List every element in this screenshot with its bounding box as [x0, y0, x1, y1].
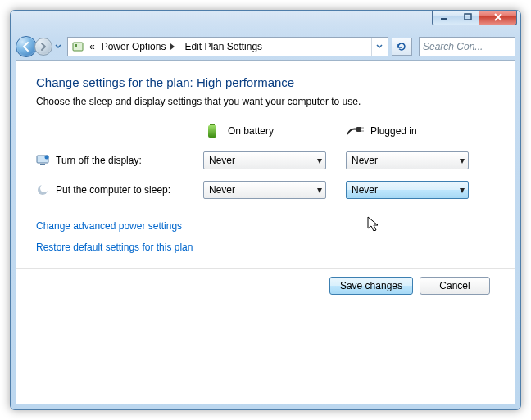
column-header-plugged: Plugged in: [346, 122, 477, 140]
dropdown-value: Never: [352, 155, 378, 166]
breadcrumb-prefix[interactable]: «: [88, 41, 97, 52]
arrow-right-icon: [39, 42, 48, 52]
battery-icon: [203, 122, 221, 140]
svg-point-11: [45, 156, 49, 160]
svg-rect-4: [210, 124, 215, 125]
sleep-battery-dropdown[interactable]: Never ▾: [203, 181, 326, 199]
search-placeholder: Search Con...: [423, 41, 483, 52]
column-header-label: On battery: [228, 125, 274, 137]
moon-icon: [36, 183, 49, 196]
arrow-left-icon: [20, 41, 32, 52]
monitor-icon: [36, 154, 49, 167]
divider: [16, 268, 515, 269]
sleep-plugged-dropdown[interactable]: Never ▾: [346, 181, 469, 199]
advanced-settings-link[interactable]: Change advanced power settings: [36, 220, 495, 232]
nav-buttons: [16, 36, 64, 57]
address-dropdown[interactable]: [371, 38, 386, 56]
titlebar: [11, 11, 520, 34]
refresh-button[interactable]: [392, 38, 412, 56]
row-label-display: Turn off the display:: [36, 154, 192, 167]
column-header-label: Plugged in: [370, 125, 417, 137]
window-frame: « Power Options Edit Plan Settings Sea: [10, 10, 521, 410]
nav-history-dropdown[interactable]: [52, 39, 64, 54]
window-controls: [432, 10, 517, 25]
chevron-down-icon: ▾: [317, 184, 322, 196]
cancel-button[interactable]: Cancel: [420, 277, 490, 295]
button-row: Save changes Cancel: [36, 277, 495, 295]
page-subtitle: Choose the sleep and display settings th…: [36, 96, 495, 107]
search-input[interactable]: Search Con...: [419, 37, 515, 56]
dropdown-value: Never: [352, 184, 378, 196]
content: Change settings for the plan: High perfo…: [16, 61, 515, 404]
client-area: Change settings for the plan: High perfo…: [16, 60, 515, 404]
page-title: Change settings for the plan: High perfo…: [36, 75, 495, 89]
svg-rect-5: [208, 125, 216, 138]
chevron-down-icon: ▾: [460, 155, 465, 166]
chevron-down-icon: [376, 44, 383, 49]
save-button[interactable]: Save changes: [329, 277, 413, 295]
refresh-icon: [396, 41, 407, 52]
links-section: Change advanced power settings Restore d…: [36, 220, 495, 253]
plug-icon: [346, 122, 364, 140]
svg-rect-0: [441, 18, 447, 20]
dropdown-value: Never: [209, 184, 235, 196]
breadcrumb-label: Edit Plan Settings: [184, 41, 262, 52]
address-bar-end: [371, 38, 386, 56]
svg-rect-3: [75, 44, 77, 47]
svg-rect-1: [465, 14, 471, 20]
minimize-button[interactable]: [432, 10, 456, 25]
svg-rect-10: [40, 164, 45, 165]
forward-button[interactable]: [34, 38, 52, 56]
breadcrumb-label: Power Options: [102, 41, 166, 52]
svg-point-13: [40, 184, 48, 192]
chevron-down-icon: ▾: [317, 155, 322, 166]
dropdown-value: Never: [209, 155, 235, 166]
svg-rect-2: [73, 43, 83, 51]
maximize-button[interactable]: [456, 10, 479, 25]
display-plugged-dropdown[interactable]: Never ▾: [346, 151, 469, 169]
control-panel-icon: [71, 40, 84, 53]
svg-rect-6: [356, 127, 361, 132]
close-button[interactable]: [479, 10, 517, 25]
row-label-sleep: Put the computer to sleep:: [36, 183, 192, 196]
settings-grid: On battery Plugged in Turn off the displ…: [36, 122, 495, 199]
address-bar[interactable]: « Power Options Edit Plan Settings: [67, 37, 388, 56]
breadcrumb-edit-plan[interactable]: Edit Plan Settings: [183, 41, 264, 52]
column-header-battery: On battery: [203, 122, 334, 140]
row-label-text: Turn off the display:: [56, 155, 142, 166]
breadcrumb-power-options[interactable]: Power Options: [100, 41, 180, 52]
restore-defaults-link[interactable]: Restore default settings for this plan: [36, 242, 495, 253]
chevron-down-icon: [55, 44, 61, 49]
nav-row: « Power Options Edit Plan Settings Sea: [11, 34, 520, 60]
display-battery-dropdown[interactable]: Never ▾: [203, 151, 326, 169]
row-label-text: Put the computer to sleep:: [56, 184, 170, 196]
breadcrumb-separator-icon[interactable]: [167, 41, 178, 52]
chevron-down-icon: ▾: [460, 184, 465, 196]
